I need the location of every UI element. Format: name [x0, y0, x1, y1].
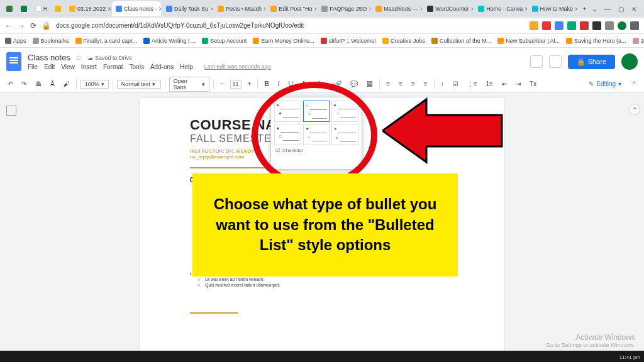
ext-icon[interactable]	[542, 21, 551, 30]
bullet-style-option[interactable]: ○	[331, 101, 358, 122]
redo-icon[interactable]: ↷	[19, 79, 29, 89]
bullet-style-option[interactable]: ■□	[274, 124, 301, 145]
numbered-list-icon[interactable]: 1≡	[484, 79, 496, 89]
browser-tab[interactable]: WordCounter×	[423, 1, 473, 16]
align-left-icon[interactable]: ≡	[384, 79, 392, 89]
menu-view[interactable]: View	[61, 63, 75, 70]
checklist-icon[interactable]: ☑	[450, 79, 461, 89]
underline-icon[interactable]: U	[286, 79, 295, 89]
minimize-icon[interactable]: —	[604, 6, 611, 13]
bookmark[interactable]: Apps	[5, 38, 26, 44]
bookmark[interactable]: Earn Money Online...	[253, 38, 314, 44]
forward-icon[interactable]: →	[18, 21, 25, 30]
bookmark[interactable]: Article Writing | ...	[143, 38, 196, 44]
menu-help[interactable]: Help	[180, 63, 193, 70]
share-button[interactable]: 🔒 Share	[568, 55, 615, 69]
windows-taskbar[interactable]	[0, 351, 644, 362]
image-icon[interactable]: 🖼	[364, 79, 375, 89]
taskbar-clock[interactable]: 11:41 pm	[619, 354, 640, 360]
comment-icon[interactable]	[530, 55, 543, 68]
chevron-down-icon[interactable]: ⌄	[592, 6, 597, 13]
font-size-plus[interactable]: +	[245, 79, 254, 89]
browser-tab[interactable]: Maschituts —×	[372, 1, 422, 16]
bullet-style-option[interactable]	[274, 101, 301, 122]
star-icon[interactable]: ☆	[75, 53, 82, 62]
link-icon[interactable]: 🔗	[331, 79, 344, 89]
font-select[interactable]: Open Sans ▾	[169, 77, 209, 92]
menu-icon[interactable]	[630, 21, 639, 30]
bullet-style-option[interactable]: ✓✓	[303, 101, 330, 122]
browser-tab[interactable]: H	[31, 1, 50, 16]
highlight-icon[interactable]: 🖍	[312, 79, 323, 89]
ext-icon[interactable]	[605, 21, 614, 30]
bookmark[interactable]: Saving the Hero (a...	[566, 38, 626, 44]
menu-file[interactable]: File	[28, 63, 38, 70]
align-justify-icon[interactable]: ≡	[421, 79, 430, 89]
menu-format[interactable]: Format	[103, 63, 123, 70]
browser-tab[interactable]: Home - Canva×	[474, 1, 526, 16]
ext-icon[interactable]	[530, 21, 538, 30]
ext-icon[interactable]	[580, 21, 589, 30]
checklist-option[interactable]: ☑ Checklist	[274, 145, 358, 156]
font-size[interactable]: 11	[230, 80, 242, 89]
bookmark[interactable]: Collection of the M...	[431, 38, 491, 44]
spellcheck-icon[interactable]: Ă	[48, 79, 57, 89]
bookmark[interactable]: stiforP :: Welcome!	[321, 38, 376, 44]
paint-format-icon[interactable]: 🖌	[61, 79, 72, 89]
bulleted-list-icon[interactable]: ⋮≡	[465, 79, 480, 89]
increase-indent-icon[interactable]: ⇥	[513, 79, 523, 89]
browser-tab[interactable]	[17, 1, 30, 16]
browser-tab[interactable]	[51, 1, 64, 16]
avatar[interactable]	[621, 53, 638, 70]
menu-edit[interactable]: Edit	[44, 63, 55, 70]
bookmark[interactable]: Japanese fairy tales	[633, 38, 644, 44]
print-icon[interactable]: 🖶	[33, 79, 44, 89]
document-title[interactable]: Class notes	[28, 53, 70, 62]
zoom-select[interactable]: 100% ▾	[80, 80, 109, 89]
reload-icon[interactable]: ⟳	[30, 21, 36, 30]
browser-tab[interactable]: 03.15.2022×	[65, 1, 111, 16]
line-spacing-icon[interactable]: ↕	[438, 79, 447, 89]
bookmark[interactable]: Finally!, a card capt...	[75, 38, 138, 44]
browser-tab-active[interactable]: Class notes -×	[112, 1, 161, 16]
bookmark[interactable]: Bookmarks	[33, 38, 69, 44]
bold-icon[interactable]: B	[262, 79, 271, 89]
browser-tab[interactable]	[3, 1, 16, 16]
browser-tab[interactable]: How to Make×	[528, 1, 577, 16]
text-color-icon[interactable]: A	[299, 79, 309, 89]
italic-icon[interactable]: I	[275, 79, 282, 89]
bookmark[interactable]: New Subscriber | Al...	[497, 38, 560, 44]
back-icon[interactable]: ←	[5, 21, 13, 30]
url-field[interactable]: docs.google.com/document/d/1dXdWsUQrfpY-…	[56, 22, 525, 29]
bullet-style-option[interactable]: ➤▸	[331, 124, 358, 145]
close-icon[interactable]: ✕	[631, 6, 636, 13]
explore-icon[interactable]: ⌃	[629, 104, 640, 115]
browser-tab[interactable]: Posts ‹ Masch×	[214, 1, 265, 16]
ext-icon[interactable]	[555, 21, 564, 30]
ext-icon[interactable]	[567, 21, 576, 30]
bullet-style-option[interactable]: ★○	[303, 124, 330, 145]
docs-logo-icon[interactable]	[6, 52, 21, 71]
editing-mode[interactable]: ✎ Editing ▾	[589, 80, 621, 87]
last-edit[interactable]: Last edit was seconds ago	[204, 63, 271, 70]
ext-icon[interactable]	[592, 21, 601, 30]
decrease-indent-icon[interactable]: ⇤	[499, 79, 509, 89]
undo-icon[interactable]: ↶	[5, 79, 15, 89]
menu-tools[interactable]: Tools	[130, 63, 144, 70]
font-size-minus[interactable]: −	[218, 79, 226, 89]
align-right-icon[interactable]: ≡	[409, 79, 418, 89]
style-select[interactable]: Normal text ▾	[117, 80, 161, 89]
new-tab-button[interactable]: +	[579, 1, 591, 16]
maximize-icon[interactable]: ▢	[618, 6, 624, 13]
saved-status[interactable]: ☁ Saved to Drive	[87, 55, 132, 61]
menu-addons[interactable]: Add-ons	[150, 63, 174, 70]
bookmark[interactable]: Creative Jobs	[382, 38, 425, 44]
profile-icon[interactable]	[618, 21, 626, 30]
browser-tab[interactable]: Daily Task Su×	[162, 1, 213, 16]
add-comment-icon[interactable]: 💬	[348, 79, 360, 89]
browser-tab[interactable]: Edit Post "Ho×	[267, 1, 316, 16]
browser-tab[interactable]: FAQPage JSO×	[318, 1, 370, 16]
bookmark[interactable]: Setup Account	[202, 38, 247, 44]
present-icon[interactable]	[549, 55, 562, 68]
align-center-icon[interactable]: ≡	[396, 79, 405, 89]
